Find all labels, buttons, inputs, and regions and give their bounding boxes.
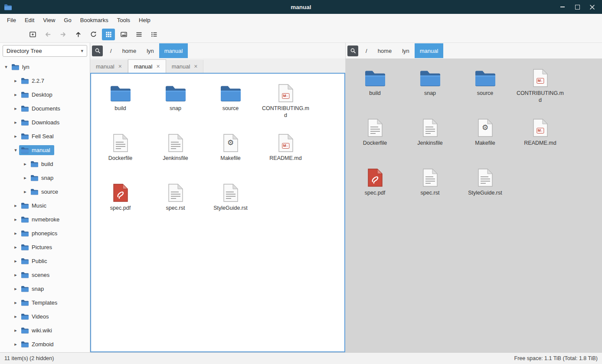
menu-item[interactable]: Edit bbox=[20, 15, 39, 25]
tree-item-body[interactable]: snap bbox=[29, 173, 57, 183]
file-item[interactable]: M↓ README.md bbox=[258, 128, 313, 175]
tree-item-body[interactable]: manual bbox=[19, 145, 54, 155]
file-item[interactable]: spec.pdf bbox=[347, 162, 402, 210]
file-item[interactable]: Jenkinsfile bbox=[402, 113, 458, 160]
menu-item[interactable]: Tools bbox=[113, 15, 134, 25]
expander-icon[interactable]: ▾ bbox=[12, 147, 19, 153]
tab-close-icon[interactable]: × bbox=[118, 63, 122, 69]
file-item[interactable]: ⚙ Makefile bbox=[203, 128, 258, 175]
tree-item[interactable]: ▸ Music bbox=[0, 198, 90, 212]
expander-icon[interactable]: ▸ bbox=[22, 189, 29, 195]
tree-item-body[interactable]: Videos bbox=[19, 312, 53, 322]
tab[interactable]: manual × bbox=[128, 59, 166, 73]
maximize-icon[interactable] bbox=[574, 4, 580, 10]
file-item[interactable]: StyleGuide.rst bbox=[203, 178, 258, 225]
expander-icon[interactable]: ▸ bbox=[12, 341, 19, 347]
tree-item-body[interactable]: Zomboid bbox=[19, 339, 58, 349]
expander-icon[interactable]: ▸ bbox=[12, 300, 19, 306]
file-item[interactable]: build bbox=[93, 78, 148, 125]
breadcrumb-item[interactable]: lyn bbox=[397, 43, 415, 58]
breadcrumb-item[interactable]: manual bbox=[159, 43, 188, 58]
file-view[interactable]: build snap source M↓ CONTRIBUTING.md bbox=[90, 73, 345, 352]
tree-item[interactable]: ▾ lyn bbox=[0, 60, 90, 74]
breadcrumb-item[interactable]: / bbox=[360, 43, 373, 58]
tab[interactable]: manual × bbox=[166, 60, 204, 73]
new-tab-button[interactable] bbox=[26, 29, 39, 40]
file-item[interactable]: source bbox=[458, 63, 513, 110]
tree-item[interactable]: ▸ Fell Seal bbox=[0, 129, 90, 143]
compact-view-button[interactable] bbox=[132, 29, 145, 40]
expander-icon[interactable]: ▾ bbox=[3, 64, 10, 70]
tree-item-body[interactable]: snap bbox=[19, 284, 48, 294]
refresh-button[interactable] bbox=[87, 29, 100, 40]
tree-item[interactable]: ▸ nvmebroke bbox=[0, 212, 90, 226]
expander-icon[interactable]: ▸ bbox=[12, 120, 19, 125]
tree-item-body[interactable]: phonepics bbox=[19, 228, 61, 238]
breadcrumb-item[interactable]: / bbox=[105, 43, 117, 58]
file-item[interactable]: snap bbox=[402, 63, 458, 110]
tree-item[interactable]: ▸ Pictures bbox=[0, 240, 90, 254]
expander-icon[interactable]: ▸ bbox=[12, 106, 19, 111]
titlebar[interactable]: manual bbox=[0, 0, 602, 14]
file-item[interactable]: M↓ CONTRIBUTING.md bbox=[258, 78, 313, 125]
tree-item[interactable]: ▸ Videos bbox=[0, 309, 90, 323]
tree-item-body[interactable]: wiki.wiki bbox=[19, 325, 56, 335]
sidebar-mode-select[interactable]: Directory Tree ▾ bbox=[3, 45, 87, 57]
file-item[interactable]: StyleGuide.rst bbox=[458, 162, 513, 210]
tree-item-body[interactable]: Downloads bbox=[19, 117, 63, 127]
breadcrumb-item[interactable]: home bbox=[373, 43, 397, 58]
tree-item-body[interactable]: nvmebroke bbox=[19, 214, 63, 224]
file-item[interactable]: build bbox=[347, 63, 402, 110]
tree-item-body[interactable]: Desktop bbox=[19, 90, 56, 100]
forward-button[interactable] bbox=[56, 29, 69, 40]
expander-icon[interactable]: ▸ bbox=[12, 133, 19, 139]
tree-item[interactable]: ▸ source bbox=[0, 185, 90, 198]
file-item[interactable]: Dockerfile bbox=[347, 113, 402, 160]
tree-item[interactable]: ▸ Templates bbox=[0, 296, 90, 309]
icon-view-button[interactable] bbox=[102, 29, 115, 40]
expander-icon[interactable]: ▸ bbox=[12, 78, 19, 84]
expander-icon[interactable]: ▸ bbox=[22, 175, 29, 181]
tree-item[interactable]: ▸ 2.2.7 bbox=[0, 74, 90, 88]
menu-item[interactable]: View bbox=[39, 15, 59, 25]
tree-item[interactable]: ▸ Zomboid bbox=[0, 337, 90, 351]
minimize-icon[interactable] bbox=[559, 4, 566, 10]
expander-icon[interactable]: ▸ bbox=[12, 328, 19, 333]
tab[interactable]: manual × bbox=[90, 60, 128, 73]
tree-item[interactable]: ▸ wiki.wiki bbox=[0, 323, 90, 337]
back-button[interactable] bbox=[41, 29, 54, 40]
tree-item[interactable]: ▸ snap bbox=[0, 171, 90, 185]
tree-item-body[interactable]: Pictures bbox=[19, 242, 56, 252]
path-edit-button[interactable] bbox=[347, 46, 358, 56]
close-icon[interactable] bbox=[589, 4, 595, 10]
expander-icon[interactable]: ▸ bbox=[12, 272, 19, 278]
tree-item-body[interactable]: scenes bbox=[19, 270, 53, 280]
expander-icon[interactable]: ▸ bbox=[12, 92, 19, 98]
tree-item-body[interactable]: source bbox=[29, 187, 62, 197]
thumbnail-view-button[interactable] bbox=[117, 29, 130, 40]
expander-icon[interactable]: ▸ bbox=[22, 161, 29, 167]
menu-item[interactable]: Help bbox=[134, 15, 155, 25]
menu-item[interactable]: Bookmarks bbox=[76, 15, 113, 25]
detailed-list-view-button[interactable] bbox=[147, 29, 160, 40]
breadcrumb-item[interactable]: home bbox=[117, 43, 142, 58]
breadcrumb-item[interactable]: manual bbox=[415, 43, 444, 58]
breadcrumb-item[interactable]: lyn bbox=[141, 43, 159, 58]
tree-item[interactable]: ▸ Public bbox=[0, 254, 90, 268]
tree-item-body[interactable]: Templates bbox=[19, 298, 61, 308]
file-view[interactable]: build snap source M↓ CONTRIBUTING.md bbox=[346, 58, 602, 352]
tree-item[interactable]: ▸ build bbox=[0, 157, 90, 171]
expander-icon[interactable]: ▸ bbox=[12, 231, 19, 236]
file-item[interactable]: ⚙ Makefile bbox=[458, 113, 513, 160]
menu-item[interactable]: Go bbox=[59, 15, 75, 25]
tree-item[interactable]: ▸ scenes bbox=[0, 268, 90, 282]
tree-item[interactable]: ▸ Desktop bbox=[0, 88, 90, 101]
file-item[interactable]: Jenkinsfile bbox=[148, 128, 203, 175]
file-item[interactable]: spec.rst bbox=[402, 162, 458, 210]
menu-item[interactable]: File bbox=[3, 15, 20, 25]
tree-item-body[interactable]: build bbox=[29, 159, 57, 169]
tree-item-body[interactable]: Music bbox=[19, 201, 50, 211]
tree-item-body[interactable]: Documents bbox=[19, 104, 64, 114]
tree-item[interactable]: ▾ manual bbox=[0, 143, 90, 157]
expander-icon[interactable]: ▸ bbox=[12, 203, 19, 208]
